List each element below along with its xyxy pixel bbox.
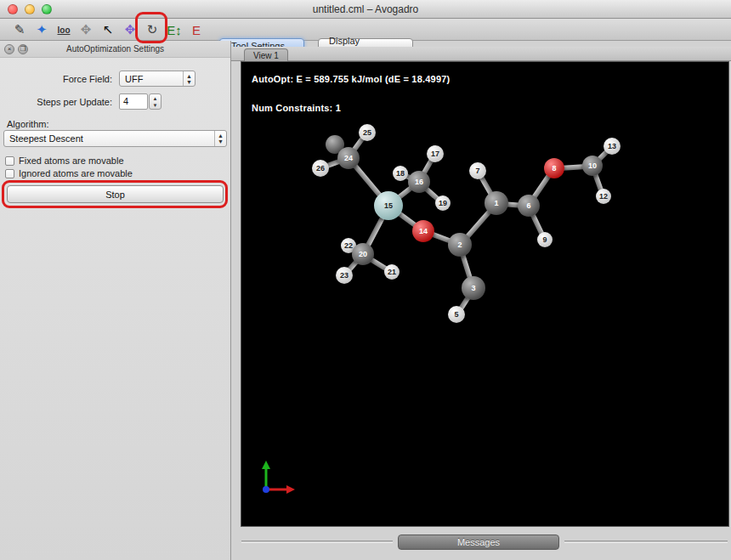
num-constraints-text: Num Constraints: 1 [252, 103, 341, 113]
ignored-atoms-checkbox[interactable] [5, 169, 14, 178]
panel-header: × ❐ AutoOptimization Settings [0, 41, 230, 58]
autoopt-energy-text: AutoOpt: E = 589.755 kJ/mol (dE = 18.499… [252, 74, 450, 84]
draw-tool[interactable]: ✎ [8, 20, 31, 40]
molecule-layer: 2425261817161915222023211471968121013235 [241, 62, 728, 526]
atom-16[interactable]: 16 [408, 171, 430, 193]
ignored-atoms-checkbox-row[interactable]: Ignored atoms are movable [5, 168, 133, 178]
steps-per-update-label: Steps per Update: [0, 97, 112, 107]
gl-viewport[interactable]: 2425261817161915222023211471968121013235… [241, 61, 729, 527]
atom-19[interactable]: 19 [435, 195, 450, 211]
atom-15[interactable]: 15 [374, 191, 403, 220]
atom-7[interactable]: 7 [469, 162, 486, 179]
fixed-atoms-checkbox-row[interactable]: Fixed atoms are movable [5, 156, 124, 166]
atom-24[interactable]: 24 [337, 147, 360, 169]
atom-9[interactable]: 9 [537, 232, 552, 247]
fixed-atoms-label: Fixed atoms are movable [19, 156, 124, 166]
atom-1[interactable]: 1 [484, 191, 508, 215]
algorithm-stepper-icon[interactable]: ▲▼ [214, 131, 226, 146]
atom-10[interactable]: 10 [582, 156, 603, 176]
select-tool[interactable]: ↖ [97, 20, 119, 40]
atom-5[interactable]: 5 [448, 306, 465, 323]
atom-13[interactable]: 13 [604, 138, 620, 155]
autooptimization-panel: × ❐ AutoOptimization Settings Force Fiel… [0, 41, 231, 560]
measure-tool[interactable]: loo [53, 20, 75, 40]
atom-17[interactable]: 17 [427, 145, 444, 162]
atom-3[interactable]: 3 [462, 276, 485, 300]
atom-12[interactable]: 12 [596, 189, 611, 204]
avogadro-window: untitled.cml – Avogadro ✎✦loo✥↖✥↻E↕E Too… [0, 0, 731, 560]
auto-rotate-tool[interactable]: ↻ [141, 20, 163, 40]
atom-14[interactable]: 14 [412, 220, 434, 242]
atom-6[interactable]: 6 [518, 195, 540, 217]
tool-icons: ✎✦loo✥↖✥↻E↕E [8, 20, 207, 40]
ignored-atoms-label: Ignored atoms are movable [19, 168, 133, 178]
force-field-stepper-icon[interactable]: ▲▼ [183, 71, 195, 86]
force-field-value: UFF [125, 74, 143, 84]
atom-23[interactable]: 23 [336, 267, 353, 284]
panel-title: AutoOptimization Settings [0, 44, 230, 54]
bottom-groove-right [564, 540, 728, 543]
atom-2[interactable]: 2 [448, 233, 472, 257]
fixed-atoms-checkbox[interactable] [5, 156, 14, 166]
tab-view-1[interactable]: View 1 [244, 48, 288, 61]
atom-20[interactable]: 20 [352, 243, 374, 265]
axis-indicator [254, 455, 298, 500]
auto-optimize-tool[interactable]: E↕ [163, 20, 185, 40]
stop-button[interactable]: Stop [7, 185, 224, 203]
window-title: untitled.cml – Avogadro [0, 3, 731, 15]
title-bar[interactable]: untitled.cml – Avogadro [0, 0, 731, 19]
atom-25[interactable]: 25 [359, 124, 376, 141]
atom-21[interactable]: 21 [384, 264, 400, 280]
atom-8[interactable]: 8 [544, 158, 564, 178]
navigate-tool[interactable]: ✦ [31, 20, 53, 40]
bottom-groove-left [241, 540, 393, 543]
algorithm-combo[interactable]: Steepest Descent ▲▼ [3, 130, 227, 147]
force-field-combo[interactable]: UFF ▲▼ [119, 71, 196, 87]
force-field-label: Force Field: [0, 74, 112, 84]
steps-per-update-field[interactable]: 4 [119, 93, 148, 110]
atom-18[interactable]: 18 [393, 166, 408, 181]
messages-button[interactable]: Messages [398, 535, 559, 550]
atom-26[interactable]: 26 [312, 160, 329, 177]
bond-centric-tool[interactable]: ✥ [75, 20, 97, 40]
view-tabstrip: View 1 [231, 47, 731, 61]
algorithm-value: Steepest Descent [9, 133, 83, 144]
steps-stepper[interactable]: ▲▼ [149, 93, 162, 110]
toolbar: ✎✦loo✥↖✥↻E↕E Tool Settings... Display Se… [0, 19, 731, 41]
algorithm-label: Algorithm: [7, 119, 49, 129]
align-tool[interactable]: E [185, 20, 207, 40]
manipulate-tool[interactable]: ✥ [119, 20, 141, 40]
